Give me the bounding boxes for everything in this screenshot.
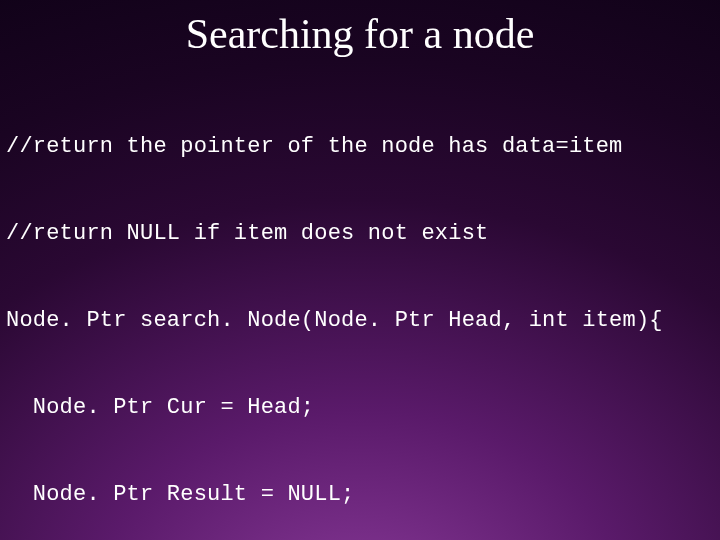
- code-line: Node. Ptr Result = NULL;: [6, 480, 720, 509]
- code-line: //return the pointer of the node has dat…: [6, 132, 720, 161]
- slide: Searching for a node //return the pointe…: [0, 0, 720, 540]
- code-line: //return NULL if item does not exist: [6, 219, 720, 248]
- code-line: Node. Ptr Cur = Head;: [6, 393, 720, 422]
- code-line: Node. Ptr search. Node(Node. Ptr Head, i…: [6, 306, 720, 335]
- code-block: //return the pointer of the node has dat…: [6, 74, 720, 540]
- slide-title: Searching for a node: [0, 10, 720, 58]
